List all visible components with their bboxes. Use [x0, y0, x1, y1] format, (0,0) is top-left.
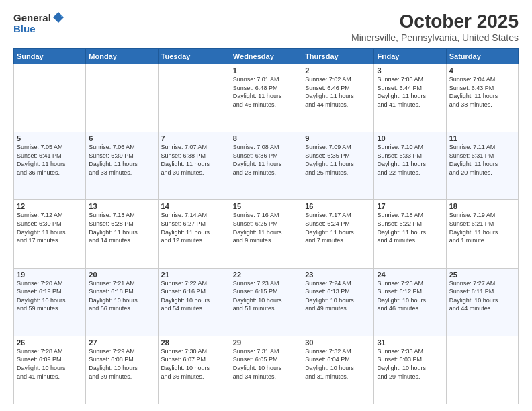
header-wednesday: Wednesday — [230, 49, 302, 64]
day-number: 12 — [17, 202, 83, 210]
table-row — [446, 336, 518, 404]
table-row: 5Sunrise: 7:05 AM Sunset: 6:41 PM Daylig… — [14, 132, 86, 200]
table-row: 14Sunrise: 7:14 AM Sunset: 6:27 PM Dayli… — [158, 200, 230, 268]
day-info: Sunrise: 7:33 AM Sunset: 6:03 PM Dayligh… — [377, 347, 443, 381]
header: General Blue October 2025 Minersville, P… — [13, 11, 519, 43]
day-number: 5 — [17, 134, 83, 142]
day-info: Sunrise: 7:17 AM Sunset: 6:24 PM Dayligh… — [305, 211, 371, 244]
table-row — [86, 64, 158, 132]
table-row: 24Sunrise: 7:25 AM Sunset: 6:12 PM Dayli… — [374, 268, 446, 336]
calendar-week-row: 12Sunrise: 7:12 AM Sunset: 6:30 PM Dayli… — [14, 200, 519, 268]
logo: General Blue — [13, 11, 66, 34]
day-number: 19 — [17, 271, 83, 279]
day-info: Sunrise: 7:11 AM Sunset: 6:31 PM Dayligh… — [449, 143, 515, 177]
table-row: 16Sunrise: 7:17 AM Sunset: 6:24 PM Dayli… — [302, 200, 374, 268]
day-info: Sunrise: 7:08 AM Sunset: 6:36 PM Dayligh… — [233, 143, 299, 177]
day-info: Sunrise: 7:03 AM Sunset: 6:44 PM Dayligh… — [377, 75, 443, 109]
day-number: 11 — [449, 134, 515, 142]
title-block: October 2025 Minersville, Pennsylvania, … — [351, 11, 519, 43]
day-number: 6 — [89, 134, 154, 142]
day-number: 7 — [161, 134, 227, 142]
day-info: Sunrise: 7:01 AM Sunset: 6:48 PM Dayligh… — [233, 75, 299, 109]
day-info: Sunrise: 7:04 AM Sunset: 6:43 PM Dayligh… — [449, 75, 515, 109]
day-number: 31 — [377, 338, 443, 347]
table-row: 9Sunrise: 7:09 AM Sunset: 6:35 PM Daylig… — [302, 132, 374, 200]
calendar-table: Sunday Monday Tuesday Wednesday Thursday… — [13, 48, 519, 404]
day-number: 9 — [305, 134, 371, 142]
day-number: 25 — [449, 271, 515, 279]
day-info: Sunrise: 7:12 AM Sunset: 6:30 PM Dayligh… — [17, 211, 83, 244]
calendar-week-row: 19Sunrise: 7:20 AM Sunset: 6:19 PM Dayli… — [14, 268, 519, 336]
day-number: 14 — [161, 202, 227, 210]
day-info: Sunrise: 7:21 AM Sunset: 6:18 PM Dayligh… — [89, 279, 154, 313]
day-number: 21 — [161, 271, 227, 279]
day-info: Sunrise: 7:20 AM Sunset: 6:19 PM Dayligh… — [17, 279, 83, 313]
table-row: 25Sunrise: 7:27 AM Sunset: 6:11 PM Dayli… — [446, 268, 518, 336]
day-number: 16 — [305, 202, 371, 210]
day-info: Sunrise: 7:31 AM Sunset: 6:05 PM Dayligh… — [233, 347, 299, 381]
day-info: Sunrise: 7:13 AM Sunset: 6:28 PM Dayligh… — [89, 211, 154, 244]
logo-blue: Blue — [13, 23, 66, 34]
page-subtitle: Minersville, Pennsylvania, United States — [351, 32, 519, 43]
calendar-header-row: Sunday Monday Tuesday Wednesday Thursday… — [14, 49, 519, 64]
day-number: 18 — [449, 202, 515, 210]
table-row: 8Sunrise: 7:08 AM Sunset: 6:36 PM Daylig… — [230, 132, 302, 200]
day-info: Sunrise: 7:19 AM Sunset: 6:21 PM Dayligh… — [449, 211, 515, 244]
table-row: 26Sunrise: 7:28 AM Sunset: 6:09 PM Dayli… — [14, 336, 86, 404]
day-number: 8 — [233, 134, 299, 142]
day-number: 29 — [233, 338, 299, 347]
table-row: 30Sunrise: 7:32 AM Sunset: 6:04 PM Dayli… — [302, 336, 374, 404]
table-row: 2Sunrise: 7:02 AM Sunset: 6:46 PM Daylig… — [302, 64, 374, 132]
day-number: 1 — [233, 66, 299, 75]
table-row: 12Sunrise: 7:12 AM Sunset: 6:30 PM Dayli… — [14, 200, 86, 268]
day-info: Sunrise: 7:23 AM Sunset: 6:15 PM Dayligh… — [233, 279, 299, 313]
logo-icon — [52, 11, 65, 24]
day-info: Sunrise: 7:27 AM Sunset: 6:11 PM Dayligh… — [449, 279, 515, 313]
day-number: 3 — [377, 66, 443, 75]
header-tuesday: Tuesday — [158, 49, 230, 64]
calendar-week-row: 1Sunrise: 7:01 AM Sunset: 6:48 PM Daylig… — [14, 64, 519, 132]
day-number: 20 — [89, 271, 154, 279]
day-info: Sunrise: 7:14 AM Sunset: 6:27 PM Dayligh… — [161, 211, 227, 244]
day-number: 2 — [305, 66, 371, 75]
header-friday: Friday — [374, 49, 446, 64]
day-number: 10 — [377, 134, 443, 142]
day-info: Sunrise: 7:32 AM Sunset: 6:04 PM Dayligh… — [305, 347, 371, 381]
table-row: 21Sunrise: 7:22 AM Sunset: 6:16 PM Dayli… — [158, 268, 230, 336]
day-info: Sunrise: 7:07 AM Sunset: 6:38 PM Dayligh… — [161, 143, 227, 177]
table-row: 17Sunrise: 7:18 AM Sunset: 6:22 PM Dayli… — [374, 200, 446, 268]
day-info: Sunrise: 7:28 AM Sunset: 6:09 PM Dayligh… — [17, 347, 83, 381]
table-row — [14, 64, 86, 132]
day-info: Sunrise: 7:02 AM Sunset: 6:46 PM Dayligh… — [305, 75, 371, 109]
table-row — [158, 64, 230, 132]
table-row: 1Sunrise: 7:01 AM Sunset: 6:48 PM Daylig… — [230, 64, 302, 132]
day-number: 28 — [161, 338, 227, 347]
logo-general: General — [13, 12, 51, 24]
table-row: 3Sunrise: 7:03 AM Sunset: 6:44 PM Daylig… — [374, 64, 446, 132]
table-row: 11Sunrise: 7:11 AM Sunset: 6:31 PM Dayli… — [446, 132, 518, 200]
header-monday: Monday — [86, 49, 158, 64]
table-row: 20Sunrise: 7:21 AM Sunset: 6:18 PM Dayli… — [86, 268, 158, 336]
day-number: 22 — [233, 271, 299, 279]
day-info: Sunrise: 7:18 AM Sunset: 6:22 PM Dayligh… — [377, 211, 443, 244]
day-info: Sunrise: 7:29 AM Sunset: 6:08 PM Dayligh… — [89, 347, 154, 381]
day-info: Sunrise: 7:16 AM Sunset: 6:25 PM Dayligh… — [233, 211, 299, 244]
header-thursday: Thursday — [302, 49, 374, 64]
day-number: 24 — [377, 271, 443, 279]
table-row: 27Sunrise: 7:29 AM Sunset: 6:08 PM Dayli… — [86, 336, 158, 404]
day-number: 15 — [233, 202, 299, 210]
day-number: 17 — [377, 202, 443, 210]
day-number: 13 — [89, 202, 154, 210]
day-info: Sunrise: 7:06 AM Sunset: 6:39 PM Dayligh… — [89, 143, 154, 177]
day-info: Sunrise: 7:10 AM Sunset: 6:33 PM Dayligh… — [377, 143, 443, 177]
day-info: Sunrise: 7:22 AM Sunset: 6:16 PM Dayligh… — [161, 279, 227, 313]
day-info: Sunrise: 7:05 AM Sunset: 6:41 PM Dayligh… — [17, 143, 83, 177]
day-number: 23 — [305, 271, 371, 279]
table-row: 15Sunrise: 7:16 AM Sunset: 6:25 PM Dayli… — [230, 200, 302, 268]
table-row: 4Sunrise: 7:04 AM Sunset: 6:43 PM Daylig… — [446, 64, 518, 132]
table-row: 31Sunrise: 7:33 AM Sunset: 6:03 PM Dayli… — [374, 336, 446, 404]
table-row: 19Sunrise: 7:20 AM Sunset: 6:19 PM Dayli… — [14, 268, 86, 336]
table-row: 23Sunrise: 7:24 AM Sunset: 6:13 PM Dayli… — [302, 268, 374, 336]
day-info: Sunrise: 7:30 AM Sunset: 6:07 PM Dayligh… — [161, 347, 227, 381]
day-info: Sunrise: 7:24 AM Sunset: 6:13 PM Dayligh… — [305, 279, 371, 313]
